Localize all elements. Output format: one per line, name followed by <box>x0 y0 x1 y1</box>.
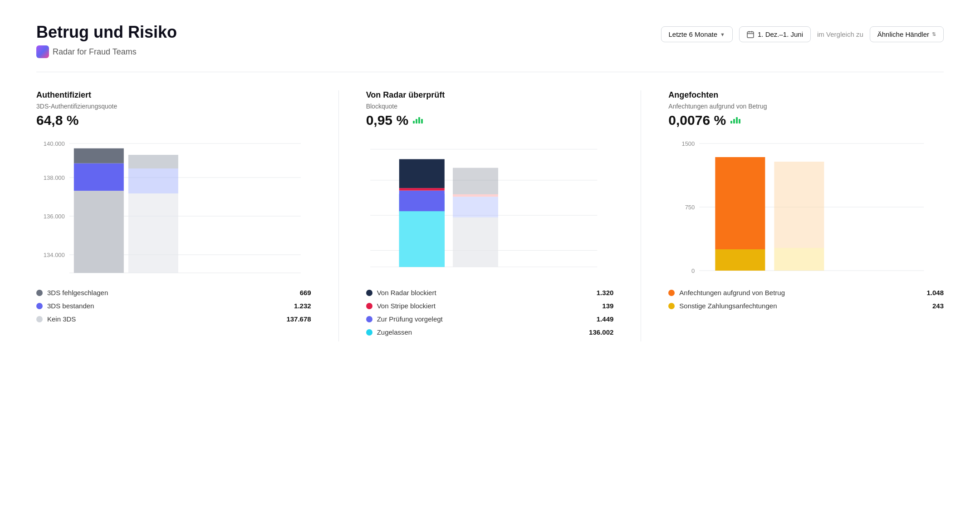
auth-subtitle: 3DS-Authentifizierungsquote <box>36 103 311 110</box>
legend-dot-no-3ds <box>36 316 43 322</box>
auth-title: Authentifiziert <box>36 90 311 100</box>
compare-label: im Vergleich zu <box>817 30 863 38</box>
legend-item-3ds-failed: 3DS fehlgeschlagen 669 <box>36 289 311 297</box>
legend-item-allowed: Zugelassen 136.002 <box>366 328 614 336</box>
radar-chart-area <box>366 139 614 275</box>
svg-rect-14 <box>128 168 178 193</box>
date-range-label: 1. Dez.–1. Juni <box>758 30 803 38</box>
legend-item-3ds-passed: 3DS bestanden 1.232 <box>36 302 311 310</box>
svg-rect-40 <box>774 162 824 248</box>
subtitle-text: Radar for Fraud Teams <box>53 47 137 57</box>
page: Betrug und Risiko Radar for Fraud Teams … <box>0 0 980 524</box>
radar-section: Von Radar überprüft Blockquote 0,95 % <box>339 90 642 341</box>
legend-value-3ds-failed: 669 <box>300 289 311 297</box>
svg-rect-13 <box>128 193 178 273</box>
svg-text:136.000: 136.000 <box>44 213 65 220</box>
legend-dot-allowed <box>366 329 372 336</box>
disputed-chart-area: 1500 750 0 <box>668 139 944 275</box>
radar-trend-icon <box>413 117 423 124</box>
header-right: Letzte 6 Monate ▼ 1. Dez.–1. Juni im Ver… <box>661 26 944 42</box>
radar-logo-icon <box>36 45 49 58</box>
period-label: Letzte 6 Monate <box>669 30 718 38</box>
svg-rect-11 <box>74 163 124 191</box>
legend-label-fraud-disputes: Anfechtungen aufgrund von Betrug <box>679 289 785 297</box>
svg-rect-27 <box>453 218 498 267</box>
svg-rect-38 <box>715 157 765 249</box>
disputed-value: 0,0076 % <box>668 113 944 128</box>
legend-value-3ds-passed: 1.232 <box>294 302 311 310</box>
svg-rect-0 <box>747 32 754 38</box>
svg-text:0: 0 <box>691 267 695 274</box>
svg-rect-39 <box>774 248 824 271</box>
svg-rect-28 <box>453 197 498 217</box>
legend-label-no-3ds: Kein 3DS <box>47 315 76 323</box>
auth-legend: 3DS fehlgeschlagen 669 3DS bestanden 1.2… <box>36 289 311 323</box>
subtitle-row: Radar for Fraud Teams <box>36 45 177 58</box>
svg-text:134.000: 134.000 <box>44 252 65 258</box>
legend-item-fraud-disputes: Anfechtungen aufgrund von Betrug 1.048 <box>668 289 944 297</box>
legend-label-review: Zur Prüfung vorgelegt <box>377 315 443 323</box>
svg-text:750: 750 <box>685 204 695 211</box>
legend-label-allowed: Zugelassen <box>377 328 412 336</box>
legend-value-no-3ds: 137.678 <box>286 315 311 323</box>
legend-item-no-3ds: Kein 3DS 137.678 <box>36 315 311 323</box>
svg-rect-23 <box>399 211 444 267</box>
svg-rect-26 <box>399 159 444 188</box>
svg-text:140.000: 140.000 <box>44 140 65 147</box>
legend-label-radar-blocked: Von Radar blockiert <box>377 289 436 297</box>
svg-text:138.000: 138.000 <box>44 174 65 181</box>
legend-label-other-disputes: Sonstige Zahlungsanfechtungen <box>679 302 777 310</box>
legend-label-3ds-failed: 3DS fehlgeschlagen <box>47 289 108 297</box>
legend-value-fraud-disputes: 1.048 <box>926 289 944 297</box>
auth-chart-area: 140.000 138.000 136.000 134.000 <box>36 139 311 275</box>
disputed-subtitle: Anfechtungen aufgrund von Betrug <box>668 103 944 110</box>
auth-section: Authentifiziert 3DS-Authentifizierungsqu… <box>36 90 339 341</box>
charts-grid: Authentifiziert 3DS-Authentifizierungsqu… <box>36 90 944 341</box>
svg-rect-30 <box>453 168 498 194</box>
legend-item-review: Zur Prüfung vorgelegt 1.449 <box>366 315 614 323</box>
svg-rect-37 <box>715 249 765 271</box>
legend-label-stripe-blocked: Von Stripe blockiert <box>377 302 436 310</box>
auth-value: 64,8 % <box>36 113 311 128</box>
svg-rect-25 <box>399 188 444 190</box>
header-left: Betrug und Risiko Radar for Fraud Teams <box>36 23 177 58</box>
disputed-chart-svg: 1500 750 0 <box>668 139 944 275</box>
disputed-title: Angefochten <box>668 90 944 100</box>
radar-subtitle: Blockquote <box>366 103 614 110</box>
header-divider <box>36 72 944 72</box>
auth-chart-svg: 140.000 138.000 136.000 134.000 <box>36 139 311 275</box>
calendar-icon <box>747 31 754 38</box>
radar-chart-svg <box>366 139 614 275</box>
radar-title: Von Radar überprüft <box>366 90 614 100</box>
svg-rect-12 <box>74 148 124 163</box>
svg-rect-10 <box>74 191 124 273</box>
disputed-legend: Anfechtungen aufgrund von Betrug 1.048 S… <box>668 289 944 310</box>
legend-value-allowed: 136.002 <box>589 328 613 336</box>
legend-dot-3ds-failed <box>36 290 43 296</box>
date-range-button[interactable]: 1. Dez.–1. Juni <box>739 26 811 42</box>
legend-label-3ds-passed: 3DS bestanden <box>47 302 94 310</box>
legend-value-stripe-blocked: 139 <box>602 302 613 310</box>
radar-value: 0,95 % <box>366 113 614 128</box>
legend-item-stripe-blocked: Von Stripe blockiert 139 <box>366 302 614 310</box>
svg-rect-24 <box>399 191 444 211</box>
disputed-section: Angefochten Anfechtungen aufgrund von Be… <box>641 90 944 341</box>
legend-item-other-disputes: Sonstige Zahlungsanfechtungen 243 <box>668 302 944 310</box>
svg-text:1500: 1500 <box>682 140 695 147</box>
period-dropdown[interactable]: Letzte 6 Monate ▼ <box>661 26 733 42</box>
legend-value-review: 1.449 <box>597 315 614 323</box>
radar-legend: Von Radar blockiert 1.320 Von Stripe blo… <box>366 289 614 336</box>
page-title: Betrug und Risiko <box>36 23 177 42</box>
header: Betrug und Risiko Radar for Fraud Teams … <box>36 23 944 58</box>
compare-dropdown[interactable]: Ähnliche Händler ⇅ <box>870 26 944 42</box>
period-chevron-icon: ▼ <box>720 32 725 37</box>
legend-item-radar-blocked: Von Radar blockiert 1.320 <box>366 289 614 297</box>
legend-dot-radar-blocked <box>366 290 372 296</box>
legend-dot-fraud-disputes <box>668 290 675 296</box>
legend-dot-stripe-blocked <box>366 303 372 309</box>
legend-value-radar-blocked: 1.320 <box>597 289 614 297</box>
disputed-trend-icon <box>730 117 740 124</box>
legend-dot-review <box>366 316 372 322</box>
compare-chevron-icon: ⇅ <box>932 31 936 37</box>
compare-option-label: Ähnliche Händler <box>877 30 929 38</box>
